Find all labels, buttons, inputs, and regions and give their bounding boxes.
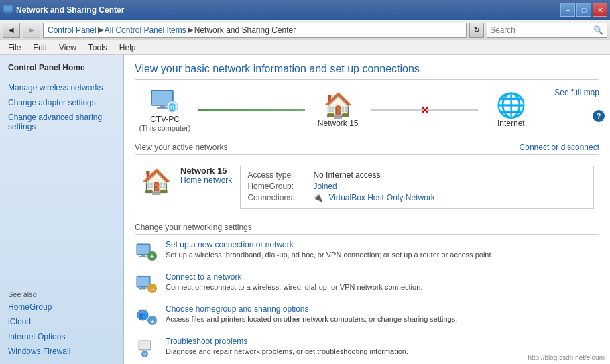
homegroup-sharing-link[interactable]: Choose homegroup and sharing options	[166, 304, 308, 314]
app-icon	[3, 5, 13, 15]
networking-settings-label: Change your networking settings	[135, 223, 252, 232]
computer-sublabel: (This computer)	[139, 124, 190, 132]
address-path[interactable]: Control Panel ▶ All Control Panel Items …	[43, 23, 467, 38]
troubleshoot-link[interactable]: Troubleshoot problems	[166, 337, 247, 346]
connection-line-1	[198, 109, 305, 111]
svg-text:🌐: 🌐	[168, 103, 177, 111]
active-networks-label: View your active networks	[135, 143, 228, 152]
close-button[interactable]: ✕	[593, 3, 607, 17]
address-bar: ◀ ▶ Control Panel ▶ All Control Panel It…	[0, 20, 610, 40]
network-icon: 🏠	[322, 92, 354, 119]
svg-text:?: ?	[143, 352, 147, 358]
svg-text:+: +	[150, 253, 154, 260]
sidebar: Control Panel Home Manage wireless netwo…	[0, 55, 124, 364]
svg-rect-5	[160, 105, 165, 107]
title-bar: Network and Sharing Center − □ ✕	[0, 0, 610, 20]
svg-rect-2	[5, 13, 11, 14]
menu-file[interactable]: File	[3, 42, 26, 54]
network-map-network: 🏠 Network 15	[308, 92, 368, 128]
refresh-button[interactable]: ↻	[469, 23, 484, 38]
sidebar-item-icloud[interactable]: iCloud	[0, 314, 123, 329]
breadcrumb-control-panel[interactable]: Control Panel	[48, 25, 97, 35]
svg-rect-12	[139, 256, 146, 257]
search-box[interactable]: 🔍	[487, 23, 607, 38]
back-button[interactable]: ◀	[3, 23, 20, 38]
homegroup-value[interactable]: Joined	[313, 182, 337, 191]
search-input[interactable]	[490, 25, 592, 35]
menu-bar: File Edit View Tools Help	[0, 40, 610, 55]
page-title: View your basic network information and …	[135, 63, 599, 80]
sidebar-item-internet-options[interactable]: Internet Options	[0, 329, 123, 344]
svg-rect-17	[141, 287, 145, 288]
internet-icon: 🌐	[495, 92, 527, 119]
homegroup-sharing-desc: Access files and printers located on oth…	[166, 315, 599, 323]
connect-disconnect-link[interactable]: Connect or disconnect	[520, 143, 599, 152]
svg-rect-26	[139, 341, 150, 349]
menu-tools[interactable]: Tools	[83, 42, 113, 54]
network-map-internet: 🌐 Internet	[481, 92, 541, 128]
sidebar-item-change-advanced[interactable]: Change advanced sharingsettings	[0, 110, 123, 134]
svg-rect-6	[157, 107, 168, 109]
connect-network-icon: →	[135, 272, 159, 296]
svg-text:⊕: ⊕	[150, 318, 155, 324]
network-type-link[interactable]: Home network	[180, 176, 232, 185]
svg-rect-10	[137, 245, 149, 254]
menu-edit[interactable]: Edit	[27, 42, 52, 54]
window-title: Network and Sharing Center	[16, 5, 124, 15]
svg-rect-11	[141, 255, 145, 256]
connections-value[interactable]: VirtualBox Host-Only Network	[328, 193, 435, 202]
maximize-button[interactable]: □	[576, 3, 591, 17]
network-map-computer: 🌐 CTV-PC (This computer)	[135, 88, 195, 132]
see-also-label: See also	[0, 286, 123, 300]
sidebar-item-control-panel-home[interactable]: Control Panel Home	[0, 60, 123, 75]
new-connection-link[interactable]: Set up a new connection or network	[166, 240, 294, 249]
connection-line-2: ✕	[371, 109, 478, 111]
active-networks-header: View your active networks Connect or dis…	[135, 143, 599, 155]
computer-name: CTV-PC	[150, 115, 180, 124]
window-controls: − □ ✕	[560, 3, 607, 17]
content-area: ? View your basic network information an…	[124, 55, 610, 364]
menu-help[interactable]: Help	[114, 42, 141, 54]
sidebar-item-homegroup[interactable]: HomeGroup	[0, 300, 123, 314]
sidebar-item-manage-wireless[interactable]: Manage wireless networks	[0, 80, 123, 95]
svg-rect-0	[3, 5, 13, 12]
see-full-map-link[interactable]: See full map	[554, 88, 599, 97]
network-name: Network 15	[318, 119, 359, 128]
homegroup-label: HomeGroup:	[247, 182, 308, 191]
main-layout: Control Panel Home Manage wireless netwo…	[0, 55, 610, 364]
sidebar-item-change-adapter[interactable]: Change adapter settings	[0, 95, 123, 110]
search-icon[interactable]: 🔍	[592, 24, 604, 36]
access-type-label: Access type:	[247, 170, 308, 180]
setting-connect-network: → Connect to a network Connect or reconn…	[135, 272, 599, 296]
breadcrumb-current: Network and Sharing Center	[194, 25, 296, 35]
sidebar-item-windows-firewall[interactable]: Windows Firewall	[0, 344, 123, 359]
network-details-panel: Access type: No Internet access HomeGrou…	[240, 166, 594, 209]
connections-icon: 🔌	[313, 193, 323, 202]
active-network-row: 🏠 Network 15 Home network Access type: N…	[135, 160, 599, 215]
computer-icon: 🌐	[149, 88, 181, 115]
minimize-button[interactable]: −	[560, 3, 575, 17]
connection-x-mark: ✕	[420, 104, 429, 117]
new-connection-desc: Set up a wireless, broadband, dial-up, a…	[166, 251, 599, 259]
network-display-name: Network 15	[180, 166, 232, 176]
menu-view[interactable]: View	[54, 42, 82, 54]
svg-text:👥: 👥	[139, 311, 147, 320]
network-large-icon: 🏠	[140, 166, 172, 198]
breadcrumb-all-items[interactable]: All Control Panel Items	[105, 25, 186, 35]
svg-rect-1	[6, 12, 10, 13]
access-type-value: No Internet access	[313, 170, 380, 180]
networking-settings-header: Change your networking settings	[135, 223, 599, 235]
new-connection-icon: +	[135, 240, 159, 264]
homegroup-icon: 👥 ⊕	[135, 304, 159, 328]
settings-list: + Set up a new connection or network Set…	[135, 240, 599, 361]
svg-rect-16	[137, 277, 149, 286]
network-map: 🌐 CTV-PC (This computer) 🏠 Network 15	[135, 88, 599, 132]
connect-network-link[interactable]: Connect to a network	[166, 272, 241, 282]
svg-text:→: →	[149, 286, 156, 292]
connect-network-desc: Connect or reconnect to a wireless, wire…	[166, 283, 599, 291]
troubleshoot-icon: ?	[135, 337, 159, 361]
setting-homegroup-sharing: 👥 ⊕ Choose homegroup and sharing options…	[135, 304, 599, 328]
connections-label: Connections:	[247, 193, 308, 202]
forward-button[interactable]: ▶	[23, 23, 40, 38]
footer-url: http://blog.csdn.net/eloum	[528, 354, 605, 361]
